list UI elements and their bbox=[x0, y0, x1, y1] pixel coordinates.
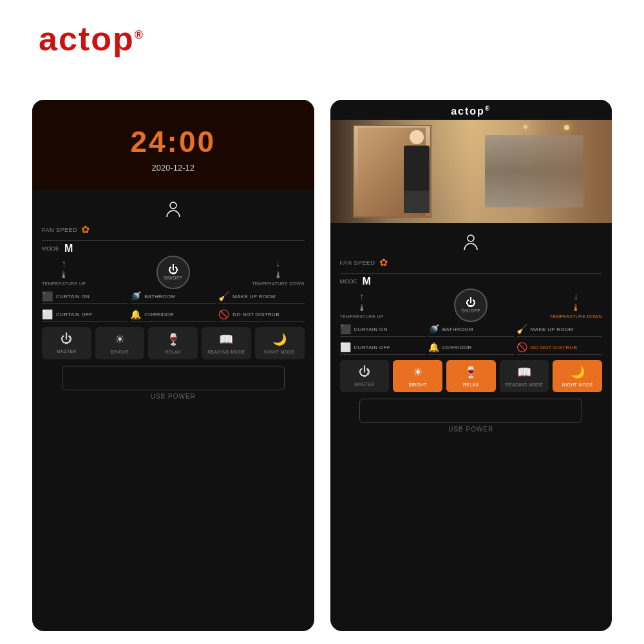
scene-reading[interactable]: 📖 READING MODE bbox=[202, 327, 251, 359]
right-fan-speed-row: FAN SPEED ✿ bbox=[340, 256, 603, 269]
dnd-label: DO NOT DISTRUB bbox=[232, 312, 279, 317]
brand-logo: actop® bbox=[39, 20, 144, 57]
right-mode-label: MODE bbox=[340, 278, 357, 285]
right-night-icon: 🌙 bbox=[571, 365, 585, 379]
relax-label: RELAX bbox=[166, 350, 181, 354]
usb-area-left: USB POWER bbox=[62, 366, 285, 400]
function-grid-left: ⬛ CURTAIN ON 🚿 BATHROOM bbox=[42, 291, 305, 322]
right-temp-down-control[interactable]: ↓ 🌡 TEMPERATURE DOWN bbox=[550, 291, 602, 319]
func-dnd[interactable]: 🚫 DO NOT DISTRUB bbox=[218, 309, 304, 322]
right-func-curtain-on[interactable]: ⬛ CURTAIN ON bbox=[340, 324, 426, 337]
panels-container: 24:00 2020-12-12 FAN SPEED ✿ bbox=[32, 100, 612, 631]
panel-right: actop® bbox=[330, 100, 612, 631]
right-power-icon: ⏻ bbox=[466, 297, 476, 308]
right-fan-speed-label: FAN SPEED bbox=[340, 260, 375, 266]
right-temp-down-arrow: ↓ bbox=[574, 291, 578, 301]
fan-speed-label: FAN SPEED bbox=[42, 227, 77, 233]
right-fan-icon: ✿ bbox=[379, 256, 388, 269]
svg-point-0 bbox=[170, 202, 176, 209]
corridor-label: CORRIDOR bbox=[144, 312, 174, 317]
logo-reg: ® bbox=[135, 28, 144, 41]
right-fan-left: FAN SPEED ✿ bbox=[340, 256, 388, 269]
right-temp-down-label: TEMPERATURE DOWN bbox=[550, 314, 602, 319]
fan-left: FAN SPEED ✿ bbox=[42, 223, 90, 236]
func-makeup[interactable]: 🧹 MAKE UP ROOM bbox=[218, 291, 304, 304]
usb-box-left[interactable] bbox=[62, 366, 285, 390]
hotel-person bbox=[401, 130, 433, 214]
right-corridor-icon: 🔔 bbox=[428, 342, 439, 352]
right-scene-relax[interactable]: 🍷 RELAX bbox=[446, 360, 496, 392]
right-scene-reading[interactable]: 📖 READING MODE bbox=[500, 360, 549, 392]
right-controls: FAN SPEED ✿ MODE M ↑ 🌡 TEMPERATURE UP bbox=[330, 223, 612, 631]
right-temp-up-arrow: ↑ bbox=[359, 291, 364, 301]
scene-relax[interactable]: 🍷 RELAX bbox=[148, 327, 198, 359]
right-temp-down-therm: 🌡 bbox=[571, 303, 580, 313]
right-func-curtain-off[interactable]: ⬜ CURTAIN OFF bbox=[340, 342, 426, 355]
right-reading-label: READING MODE bbox=[506, 383, 543, 387]
func-bathroom[interactable]: 🚿 BATHROOM bbox=[130, 291, 216, 304]
fan-speed-row: FAN SPEED ✿ bbox=[42, 223, 305, 236]
temp-down-arrow: ↓ bbox=[276, 258, 280, 269]
right-func-corridor[interactable]: 🔔 CORRIDOR bbox=[428, 342, 514, 355]
right-temp-up-control[interactable]: ↑ 🌡 TEMPERATURE UP bbox=[340, 291, 384, 319]
right-master-label: MASTER bbox=[354, 382, 374, 386]
right-curtain-off-icon: ⬜ bbox=[340, 342, 351, 352]
right-mode-value: M bbox=[363, 276, 371, 287]
night-icon: 🌙 bbox=[272, 332, 287, 346]
center-controls-row: ↑ 🌡 TEMPERATURE UP ⏻ ON/OFF ↓ 🌡 TEMPERAT… bbox=[42, 258, 305, 286]
bathroom-label: BATHROOM bbox=[144, 294, 175, 299]
temp-up-control[interactable]: ↑ 🌡 TEMPERATURE UP bbox=[42, 258, 86, 286]
usb-label-right: USB POWER bbox=[359, 426, 582, 433]
usb-area-right: USB POWER bbox=[359, 399, 582, 433]
func-corridor[interactable]: 🔔 CORRIDOR bbox=[130, 309, 216, 322]
right-dnd-icon: 🚫 bbox=[516, 342, 527, 352]
right-scene-bright[interactable]: ☀ BRIGHT bbox=[393, 360, 442, 392]
bright-label: BRIGHT bbox=[111, 350, 129, 354]
temp-down-label: TEMPERATURE DOWN bbox=[252, 281, 304, 286]
right-onoff-button[interactable]: ⏻ ON/OFF bbox=[454, 289, 488, 322]
onoff-button[interactable]: ⏻ ON/OFF bbox=[156, 256, 190, 289]
right-scene-night[interactable]: 🌙 NIGHT MODE bbox=[553, 360, 602, 392]
right-brand-reg: ® bbox=[485, 105, 491, 112]
corridor-icon: 🔔 bbox=[130, 309, 141, 319]
scene-bright[interactable]: ☀ BRIGHT bbox=[95, 327, 145, 359]
right-curtain-on-label: CURTAIN ON bbox=[354, 327, 388, 332]
function-grid-right: ⬛ CURTAIN ON 🚿 BATHROOM bbox=[340, 324, 603, 355]
left-controls: FAN SPEED ✿ MODE M ↑ 🌡 TEMPERATURE UP bbox=[32, 190, 314, 631]
right-master-icon: ⏻ bbox=[359, 365, 370, 379]
fan-icon: ✿ bbox=[81, 223, 90, 236]
usb-box-right[interactable] bbox=[359, 399, 582, 423]
temp-down-therm: 🌡 bbox=[274, 270, 283, 280]
func-curtain-off[interactable]: ⬜ CURTAIN OFF bbox=[42, 309, 128, 322]
func-curtain-on[interactable]: ⬛ CURTAIN ON bbox=[42, 291, 128, 304]
page-wrapper: actop® 24:00 2020-12-12 bbox=[0, 0, 644, 644]
master-icon: ⏻ bbox=[61, 332, 72, 346]
temp-up-arrow: ↑ bbox=[62, 258, 66, 269]
right-night-label: NIGHT MODE bbox=[562, 383, 593, 387]
right-brand-text: actop bbox=[451, 106, 485, 117]
svg-point-1 bbox=[468, 235, 474, 242]
temp-down-control[interactable]: ↓ 🌡 TEMPERATURE DOWN bbox=[252, 258, 304, 286]
right-scene-master[interactable]: ⏻ MASTER bbox=[340, 360, 390, 392]
right-temp-up-label: TEMPERATURE UP bbox=[340, 314, 384, 319]
right-center-controls-row: ↑ 🌡 TEMPERATURE UP ⏻ ON/OFF ↓ 🌡 TEMPERAT… bbox=[340, 291, 603, 319]
clock-time: 24:00 bbox=[130, 124, 216, 159]
scene-night[interactable]: 🌙 NIGHT MODE bbox=[255, 327, 305, 359]
right-func-bathroom[interactable]: 🚿 BATHROOM bbox=[428, 324, 514, 337]
right-bathroom-icon: 🚿 bbox=[428, 324, 439, 334]
right-dnd-label: DO NOT DISTRUB bbox=[531, 345, 578, 350]
right-func-makeup[interactable]: 🧹 MAKE UP ROOM bbox=[516, 324, 602, 337]
clock-screen: 24:00 2020-12-12 bbox=[32, 100, 314, 190]
master-label: MASTER bbox=[57, 349, 77, 354]
right-bright-label: BRIGHT bbox=[408, 383, 426, 387]
night-label: NIGHT MODE bbox=[264, 350, 295, 354]
right-makeup-label: MAKE UP ROOM bbox=[531, 327, 574, 332]
right-relax-label: RELAX bbox=[463, 383, 478, 387]
mode-label: MODE bbox=[42, 245, 59, 252]
relax-icon: 🍷 bbox=[166, 332, 180, 346]
curtain-on-icon: ⬛ bbox=[42, 291, 53, 301]
right-curtain-on-icon: ⬛ bbox=[340, 324, 351, 334]
reading-icon: 📖 bbox=[219, 332, 233, 346]
right-func-dnd[interactable]: 🚫 DO NOT DISTRUB bbox=[516, 342, 602, 355]
scene-master[interactable]: ⏻ MASTER bbox=[42, 327, 91, 359]
